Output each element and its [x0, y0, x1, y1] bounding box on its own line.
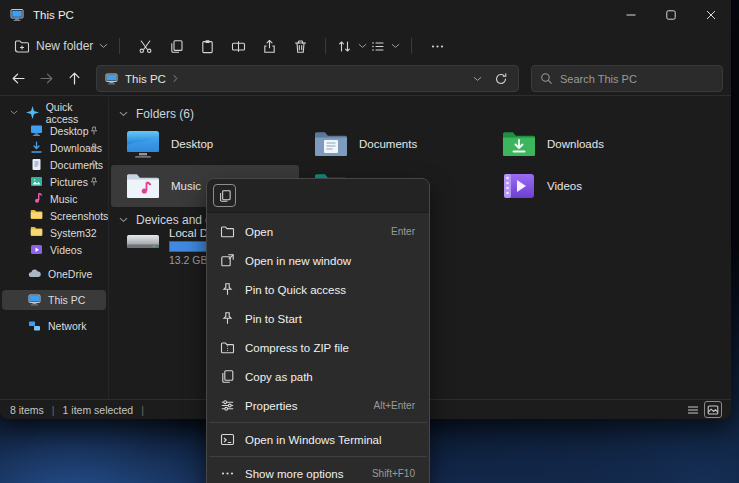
search-input[interactable] [560, 73, 714, 85]
menu-item-compress-to-zip[interactable]: Compress to ZIP file [207, 333, 429, 362]
sidebar-item-videos[interactable]: Videos [2, 241, 106, 258]
copy-button[interactable] [213, 184, 236, 207]
pin-icon [219, 282, 235, 298]
pin-icon [89, 143, 99, 153]
chevron-down-icon [119, 217, 128, 223]
items-count: 8 items [10, 404, 44, 416]
thumbnail-view-button[interactable] [705, 402, 721, 417]
menu-item-open[interactable]: Open Enter [207, 217, 429, 246]
menu-divider [209, 422, 427, 423]
copy-path-icon [219, 369, 235, 385]
menu-item-shortcut: Alt+Enter [374, 400, 415, 411]
share-icon [262, 39, 277, 54]
sidebar-item-music[interactable]: Music [2, 190, 106, 207]
sidebar-item-quick-access[interactable]: Quick access [2, 103, 106, 122]
title-bar: This PC [0, 0, 731, 30]
rename-button[interactable] [224, 32, 252, 60]
folders-section-header[interactable]: Folders (6) [119, 107, 194, 121]
menu-item-pin-to-start[interactable]: Pin to Start [207, 304, 429, 333]
sidebar-item-downloads[interactable]: Downloads [2, 139, 106, 156]
menu-item-pin-to-quick-access[interactable]: Pin to Quick access [207, 275, 429, 304]
search-icon [540, 72, 553, 85]
chevron-down-icon [99, 43, 108, 49]
cut-icon [138, 39, 153, 54]
folders-header-label: Folders (6) [136, 107, 194, 121]
music-folder-icon [125, 171, 161, 201]
chevron-down-icon[interactable] [10, 110, 19, 115]
sort-icon [337, 39, 352, 54]
documents-folder-icon [313, 129, 349, 159]
view-toggles [685, 402, 721, 417]
sidebar-item-pictures[interactable]: Pictures [2, 173, 106, 190]
open-icon [219, 224, 235, 240]
folder-tile-desktop[interactable]: Desktop [111, 123, 299, 165]
sidebar-item-label: This PC [48, 294, 85, 306]
folder-tile-documents[interactable]: Documents [299, 123, 487, 165]
sidebar-item-screenshots[interactable]: Screenshots [2, 207, 106, 224]
menu-item-label: Show more options [245, 468, 343, 480]
desktop: This PC New folder [0, 0, 739, 483]
pin-icon [89, 177, 99, 187]
view-icon [370, 39, 385, 54]
sidebar: Quick access Desktop Downloads Documents [0, 97, 108, 399]
back-button[interactable] [6, 66, 30, 92]
search-box[interactable] [531, 65, 723, 92]
selection-count: 1 item selected [63, 404, 134, 416]
paste-button[interactable] [193, 32, 221, 60]
view-button[interactable] [370, 32, 400, 60]
share-button[interactable] [255, 32, 283, 60]
refresh-button[interactable] [492, 70, 510, 88]
maximize-button[interactable] [651, 0, 691, 30]
sidebar-item-label: Desktop [50, 125, 89, 137]
sidebar-item-network[interactable]: Network [2, 316, 106, 336]
menu-item-properties[interactable]: Properties Alt+Enter [207, 391, 429, 420]
pin-icon [89, 160, 99, 170]
sidebar-item-desktop[interactable]: Desktop [2, 122, 106, 139]
address-dropdown-icon[interactable] [473, 76, 482, 82]
cut-button[interactable] [131, 32, 159, 60]
folder-tile-label: Downloads [547, 138, 604, 150]
chevron-down-icon [119, 111, 128, 117]
navigation-bar: This PC [0, 62, 731, 96]
copy-button[interactable] [162, 32, 190, 60]
sidebar-item-system32[interactable]: System32 [2, 224, 106, 241]
chevron-down-icon [358, 43, 367, 49]
details-view-button[interactable] [685, 402, 701, 417]
close-button[interactable] [691, 0, 731, 30]
sort-button[interactable] [337, 32, 367, 60]
menu-divider [209, 456, 427, 457]
hard-drive-icon [125, 229, 161, 255]
desktop-folder-icon [125, 129, 161, 159]
minimize-button[interactable] [611, 0, 651, 30]
more-icon [430, 39, 445, 54]
address-bar[interactable]: This PC [96, 65, 519, 92]
folder-tile-downloads[interactable]: Downloads [487, 123, 675, 165]
menu-item-open-in-windows-terminal[interactable]: Open in Windows Terminal [207, 425, 429, 454]
sidebar-item-label: Network [48, 320, 87, 332]
paste-icon [200, 39, 215, 54]
properties-icon [219, 398, 235, 414]
toolbar-divider [325, 38, 326, 54]
pin-icon [219, 311, 235, 327]
menu-item-copy-as-path[interactable]: Copy as path [207, 362, 429, 391]
quick-access-icon [26, 106, 39, 119]
menu-item-open-in-new-window[interactable]: Open in new window [207, 246, 429, 275]
window-title: This PC [33, 9, 74, 21]
forward-button[interactable] [34, 66, 58, 92]
downloads-folder-icon [501, 129, 537, 159]
up-button[interactable] [62, 66, 86, 92]
sidebar-item-documents[interactable]: Documents [2, 156, 106, 173]
folder-tile-videos[interactable]: Videos [487, 165, 675, 207]
breadcrumb-this-pc[interactable]: This PC [125, 73, 166, 85]
copy-icon [218, 189, 232, 203]
status-divider: | [141, 404, 144, 416]
delete-button[interactable] [286, 32, 314, 60]
menu-item-show-more-options[interactable]: Show more options Shift+F10 [207, 459, 429, 483]
chevron-down-icon [391, 43, 400, 49]
sidebar-item-onedrive[interactable]: OneDrive [2, 264, 106, 284]
more-options-button[interactable] [423, 32, 451, 60]
new-folder-button[interactable]: New folder [14, 32, 108, 60]
chevron-right-icon[interactable] [173, 74, 178, 83]
sidebar-item-this-pc[interactable]: This PC [2, 290, 106, 310]
menu-item-label: Copy as path [245, 371, 313, 383]
